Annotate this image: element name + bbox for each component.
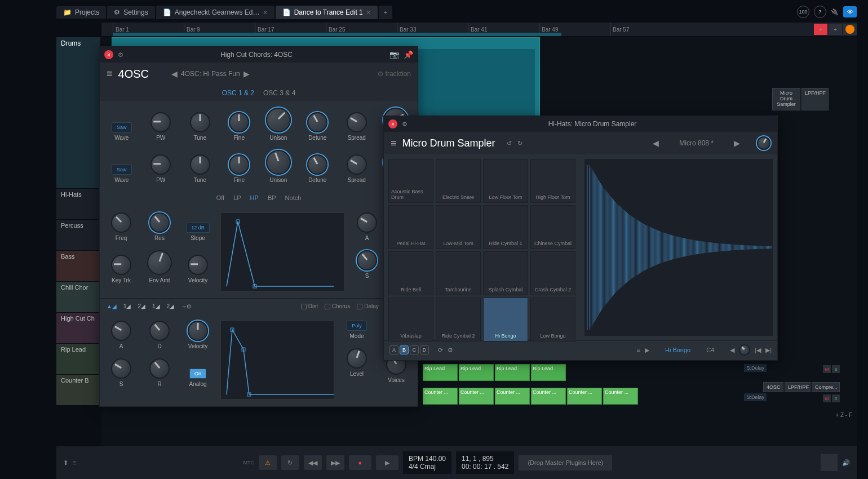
- knob-spread[interactable]: [347, 154, 367, 175]
- plugin-chip-mds[interactable]: Micro Drum Sampler: [772, 88, 800, 110]
- wave-selector[interactable]: Saw: [112, 165, 132, 175]
- timeline-ruler[interactable]: Bar 1 Bar 9 Bar 17 Bar 25 Bar 33 Bar 41 …: [101, 23, 857, 36]
- close-icon[interactable]: ×: [366, 8, 371, 17]
- knob-fine[interactable]: [229, 112, 249, 132]
- send-delay[interactable]: S:Delay: [744, 364, 767, 372]
- filter-off[interactable]: Off: [216, 194, 224, 201]
- clip-rip-lead[interactable]: Rip Lead: [495, 364, 530, 381]
- knob-filter-a[interactable]: [357, 212, 377, 233]
- drum-pad[interactable]: Pedal Hi-Hat: [388, 205, 433, 249]
- prev-preset-icon[interactable]: ◀: [653, 139, 659, 148]
- view-toggle-button[interactable]: 👁: [843, 6, 857, 17]
- drum-pad[interactable]: High Floor Tom: [530, 159, 575, 203]
- track-percuss[interactable]: Percuss: [56, 219, 100, 250]
- plugin-chip-lpfhpf[interactable]: LPF/HPF: [785, 382, 811, 392]
- plugin-titlebar[interactable]: × ⚙ Hi-Hats: Micro Drum Sampler: [384, 116, 777, 132]
- add-tab-button[interactable]: +: [379, 6, 392, 19]
- close-icon[interactable]: ×: [263, 8, 267, 17]
- knob-pitch[interactable]: [739, 344, 750, 356]
- knob-freq[interactable]: [111, 212, 131, 233]
- plugin-titlebar[interactable]: × ⚙ High Cut Chords: 4OSC 📷 📌: [100, 47, 418, 63]
- knob-tune[interactable]: [190, 154, 210, 175]
- slope-selector[interactable]: 12 dB: [186, 223, 210, 233]
- knob-tune[interactable]: [190, 112, 210, 132]
- position-display[interactable]: 11, 1 , 895 00: 00: 17 . 542: [456, 451, 514, 474]
- preset-name[interactable]: 4OSC: Hi Pass Fun: [181, 70, 240, 78]
- play-button[interactable]: ▶: [376, 455, 398, 470]
- clip-rip-lead[interactable]: Rip Lead: [423, 364, 458, 381]
- track-counter[interactable]: Counter B: [56, 374, 100, 405]
- mod-slot[interactable]: 2◢: [167, 303, 175, 309]
- clip-counter[interactable]: Counter ...: [423, 388, 458, 405]
- settings-icon[interactable]: ⚙: [402, 121, 408, 128]
- solo-button[interactable]: S: [832, 394, 840, 402]
- mod-icon[interactable]: ▲◢: [107, 303, 117, 309]
- filter-envelope-display[interactable]: [220, 212, 344, 291]
- drum-pad[interactable]: Ride Bell: [388, 251, 433, 295]
- drum-pad[interactable]: Ride Cymbal 2: [436, 298, 481, 341]
- mod-slot[interactable]: 1◢: [152, 303, 160, 309]
- prev-preset-icon[interactable]: ◀: [171, 69, 178, 78]
- redo-icon[interactable]: ↻: [517, 140, 522, 147]
- send-delay[interactable]: S:Delay: [744, 393, 767, 401]
- tab-gearnews[interactable]: 📄Angecheckt Gearnews Ed…×: [156, 6, 274, 19]
- knob-unison[interactable]: [266, 108, 291, 132]
- drum-pad[interactable]: Chinese Cymbal: [530, 205, 575, 249]
- mute-button[interactable]: M: [823, 394, 831, 402]
- clip-rip-lead[interactable]: Rip Lead: [459, 364, 494, 381]
- knob-filter-s[interactable]: [357, 250, 377, 270]
- preset-name[interactable]: Micro 808 *: [679, 139, 714, 147]
- menu-icon[interactable]: ≡: [391, 138, 397, 149]
- filter-hp[interactable]: HP: [250, 194, 259, 201]
- loop-button[interactable]: ↻: [281, 455, 299, 470]
- drum-pad[interactable]: Hi Bongo: [483, 298, 528, 341]
- fx-chorus[interactable]: Chorus: [325, 303, 350, 309]
- filter-lp[interactable]: LP: [233, 194, 241, 201]
- knob-fine[interactable]: [229, 154, 249, 175]
- mtc-label[interactable]: MTC: [243, 460, 254, 465]
- drum-pad[interactable]: Low Bongo: [530, 298, 575, 341]
- amp-envelope-display[interactable]: [220, 321, 334, 400]
- track-hihats[interactable]: Hi-Hats: [56, 188, 100, 219]
- prev-icon[interactable]: ◀: [730, 347, 734, 354]
- mod-target-icon[interactable]: →⊙: [181, 303, 191, 309]
- filter-notch[interactable]: Notch: [285, 194, 302, 201]
- drum-pad[interactable]: Crash Cymbal 2: [530, 251, 575, 295]
- track-rip-lead[interactable]: Rip Lead: [56, 343, 100, 374]
- tab-settings[interactable]: ⚙Settings: [107, 6, 154, 19]
- list-icon[interactable]: ≡: [637, 347, 640, 353]
- analog-toggle[interactable]: On: [189, 369, 206, 379]
- knob-unison[interactable]: [266, 150, 291, 175]
- record-button[interactable]: ●: [349, 455, 371, 470]
- tab-osc12[interactable]: OSC 1 & 2: [222, 89, 254, 97]
- camera-icon[interactable]: 📷: [389, 50, 399, 59]
- knob-detune[interactable]: [307, 112, 327, 132]
- drum-pad[interactable]: Vibraslap: [388, 298, 433, 341]
- tab-dance-trance[interactable]: 📄Dance to Trance Edit 1×: [276, 6, 378, 19]
- knob-pw[interactable]: [150, 154, 171, 175]
- wave-selector[interactable]: Saw: [112, 122, 132, 132]
- waveform-display[interactable]: [584, 159, 773, 336]
- clip-counter[interactable]: Counter ...: [603, 388, 638, 405]
- plugin-chip-compressor[interactable]: Compre...: [812, 382, 840, 392]
- menu-icon[interactable]: ≡: [107, 68, 113, 80]
- knob-amp-a[interactable]: [111, 321, 131, 341]
- knob-amp-r[interactable]: [149, 358, 170, 379]
- knob-spread[interactable]: [347, 112, 367, 132]
- track-bass[interactable]: Bass: [56, 250, 100, 281]
- add-marker-button[interactable]: +: [829, 24, 842, 35]
- knob-keytrk[interactable]: [111, 255, 131, 275]
- drum-pad[interactable]: Ride Cymbal 1: [483, 205, 528, 249]
- settings-icon[interactable]: ⚙: [118, 51, 123, 59]
- drum-pad[interactable]: Acoustic Bass Drum: [388, 159, 433, 203]
- knob-res[interactable]: [149, 212, 170, 233]
- track-high-cut[interactable]: High Cut Ch: [56, 312, 100, 343]
- speaker-icon[interactable]: 🔊: [842, 459, 850, 467]
- knob-envamt[interactable]: [147, 250, 172, 275]
- mod-slot[interactable]: 2◢: [138, 303, 145, 309]
- warning-button[interactable]: ⚠: [259, 455, 277, 470]
- mod-slot[interactable]: 1◢: [123, 303, 131, 309]
- knob-velocity[interactable]: [188, 255, 208, 275]
- track-chill-chor[interactable]: Chill Chor: [56, 281, 100, 312]
- drum-pad[interactable]: Low-Mid Tom: [436, 205, 481, 249]
